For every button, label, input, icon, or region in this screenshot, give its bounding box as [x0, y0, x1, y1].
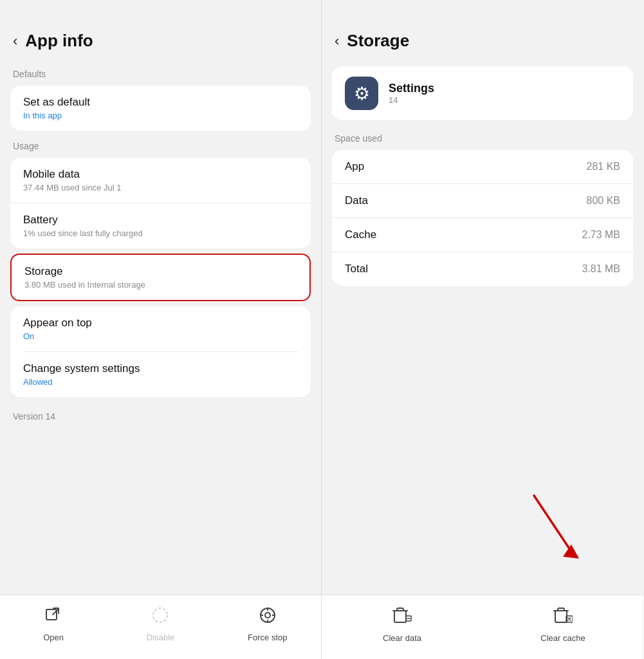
version-text: Version 14	[0, 400, 321, 427]
force-stop-icon	[259, 606, 277, 629]
svg-line-8	[534, 496, 573, 553]
disable-label: Disable	[147, 633, 174, 642]
app-info-panel: ‹ App info Defaults Set as default In th…	[0, 0, 322, 659]
svg-rect-0	[46, 609, 57, 620]
open-icon	[44, 606, 62, 629]
app-name-group: Settings 14	[389, 82, 434, 105]
space-used-label: Space used	[322, 125, 643, 147]
storage-back-arrow-icon[interactable]: ‹	[335, 33, 339, 50]
clear-cache-icon	[553, 606, 573, 629]
disable-icon	[151, 606, 169, 629]
force-stop-label: Force stop	[248, 633, 287, 642]
storage-total-value: 3.81 MB	[582, 263, 620, 275]
storage-panel: ‹ Storage ⚙ Settings 14 Space used App 2…	[322, 0, 643, 659]
svg-marker-9	[563, 544, 579, 559]
storage-app-value: 281 KB	[587, 161, 620, 172]
storage-title-heading: Storage	[347, 31, 409, 51]
storage-table: App 281 KB Data 800 KB Cache 2.73 MB Tot…	[332, 150, 633, 286]
storage-cache-label: Cache	[345, 228, 376, 241]
defaults-card: Set as default In this app	[10, 86, 311, 131]
storage-bottom-bar: Clear data Clear cache	[322, 595, 643, 659]
app-info-title: App info	[25, 31, 93, 51]
open-action[interactable]: Open	[0, 606, 107, 642]
storage-data-label: Data	[345, 194, 368, 207]
clear-cache-action[interactable]: Clear cache	[483, 606, 643, 643]
change-system-settings-title: Change system settings	[23, 362, 298, 375]
red-arrow-annotation	[515, 489, 592, 575]
back-arrow-icon[interactable]: ‹	[13, 33, 17, 50]
set-as-default-subtitle: In this app	[23, 111, 298, 120]
set-as-default-item[interactable]: Set as default In this app	[10, 86, 311, 131]
storage-header: ‹ Storage	[322, 0, 643, 61]
usage-section-label: Usage	[0, 133, 321, 155]
clear-data-action[interactable]: Clear data	[322, 606, 483, 643]
storage-app-row: App 281 KB	[332, 150, 633, 184]
storage-total-row: Total 3.81 MB	[332, 252, 633, 286]
mobile-data-subtitle: 37.44 MB used since Jul 1	[23, 183, 298, 192]
clear-data-icon	[392, 606, 412, 629]
svg-rect-10	[394, 611, 406, 622]
change-system-settings-item[interactable]: Change system settings Allowed	[10, 352, 311, 397]
force-stop-action[interactable]: Force stop	[214, 606, 321, 642]
open-label: Open	[43, 633, 64, 642]
storage-item[interactable]: Storage 3.80 MB used in Internal storage	[10, 254, 311, 301]
appear-on-top-title: Appear on top	[23, 317, 298, 330]
svg-rect-14	[555, 611, 567, 622]
bottom-action-bar: Open Disable Forc	[0, 595, 321, 659]
battery-item[interactable]: Battery 1% used since last fully charged	[10, 203, 311, 248]
app-name-label: Settings	[389, 82, 434, 95]
disable-action: Disable	[107, 606, 214, 642]
storage-app-label: App	[345, 160, 364, 173]
battery-title: Battery	[23, 214, 298, 227]
app-version-label: 14	[389, 95, 434, 105]
storage-total-label: Total	[345, 263, 368, 275]
appear-on-top-subtitle: On	[23, 331, 298, 341]
settings-gear-icon: ⚙	[354, 83, 370, 104]
app-icon-background: ⚙	[345, 77, 378, 110]
storage-cache-value: 2.73 MB	[582, 229, 620, 241]
app-info-row: ⚙ Settings 14	[332, 66, 633, 120]
appear-on-top-card: Appear on top On Change system settings …	[10, 306, 311, 397]
app-info-header: ‹ App info	[0, 0, 321, 61]
storage-cache-row: Cache 2.73 MB	[332, 218, 633, 252]
battery-subtitle: 1% used since last fully charged	[23, 228, 298, 238]
appear-on-top-item[interactable]: Appear on top On	[10, 306, 311, 351]
storage-data-row: Data 800 KB	[332, 184, 633, 218]
set-as-default-title: Set as default	[23, 96, 298, 109]
usage-card: Mobile data 37.44 MB used since Jul 1 Ba…	[10, 158, 311, 248]
defaults-section-label: Defaults	[0, 61, 321, 83]
svg-point-1	[153, 608, 167, 622]
svg-point-3	[265, 613, 270, 618]
change-system-settings-subtitle: Allowed	[23, 377, 298, 387]
clear-data-label: Clear data	[383, 633, 421, 643]
storage-data-value: 800 KB	[587, 195, 620, 207]
clear-cache-label: Clear cache	[540, 633, 585, 643]
storage-title: Storage	[24, 265, 297, 278]
mobile-data-title: Mobile data	[23, 168, 298, 181]
mobile-data-item[interactable]: Mobile data 37.44 MB used since Jul 1	[10, 158, 311, 203]
storage-subtitle: 3.80 MB used in Internal storage	[24, 280, 297, 290]
